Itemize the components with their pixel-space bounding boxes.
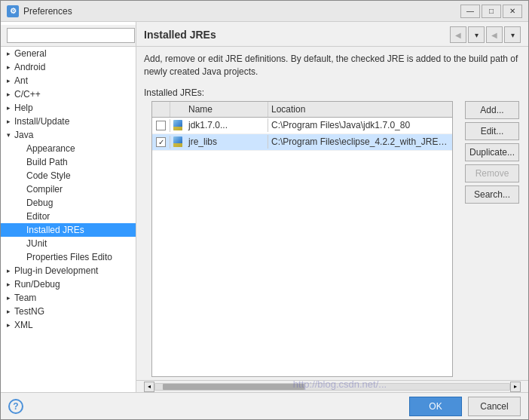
sidebar-item-label: XML (14, 320, 33, 330)
window-controls: — □ ✕ (460, 5, 522, 18)
sidebar-item-label: Properties Files Edito (26, 252, 112, 262)
panel-description: Add, remove or edit JRE definitions. By … (136, 47, 528, 84)
sidebar-item-label: Help (14, 103, 33, 113)
sidebar-item-label: Appearance (26, 143, 75, 154)
sidebar-item-help[interactable]: Help (1, 101, 136, 115)
jre-icon-cell (170, 135, 185, 149)
checkbox-jre-libs[interactable]: ✓ (156, 137, 166, 147)
checkbox-jdk[interactable] (156, 121, 166, 130)
back-button[interactable]: ◀ (450, 26, 466, 43)
chevron-icon (4, 320, 13, 330)
restore-button[interactable]: □ (482, 5, 501, 18)
cancel-button[interactable]: Cancel (468, 397, 521, 416)
chevron-icon (4, 63, 13, 72)
sidebar-item-ant[interactable]: Ant (1, 74, 136, 87)
bottom-left: ? (8, 399, 23, 414)
col-header-name: Name (185, 102, 268, 117)
sidebar-item-code-style[interactable]: Code Style (1, 169, 136, 182)
jre-location: C:\Program Files\eclipse_4.2.2_with_JRE_… (268, 135, 452, 149)
jre-location: C:\Program Files\Java\jdk1.7.0_80 (268, 118, 452, 132)
sidebar-item-run-debug[interactable]: Run/Debug (1, 277, 136, 291)
sidebar-item-junit[interactable]: JUnit (1, 237, 136, 250)
scroll-left-button[interactable]: ◂ (144, 382, 154, 392)
sidebar-item-properties-files-editor[interactable]: Properties Files Edito (1, 250, 136, 264)
sidebar-item-label: Install/Update (14, 116, 69, 127)
col-header-check (152, 102, 170, 117)
table-row[interactable]: ✓ jre_libs C:\Program Files\eclipse_4.2.… (152, 134, 452, 151)
chevron-icon (4, 49, 13, 58)
sidebar-item-label: Compiler (26, 184, 63, 195)
sidebar-item-cpp[interactable]: C/C++ (1, 87, 136, 101)
sidebar-item-installed-jres[interactable]: Installed JREs (1, 223, 136, 237)
sidebar-item-label: Debug (26, 198, 53, 208)
toolbar-menu-button[interactable]: ▾ (468, 26, 485, 43)
help-button[interactable]: ? (8, 399, 23, 414)
horizontal-scrollbar: ◂ ▸ (136, 380, 528, 392)
jre-name: jdk1.7.0... (185, 118, 268, 132)
sidebar-item-label: Ant (14, 75, 28, 86)
jre-icon (173, 120, 182, 130)
ok-button[interactable]: OK (409, 397, 462, 416)
forward-button[interactable]: ◀ (486, 26, 503, 43)
row-checkbox[interactable]: ✓ (152, 136, 170, 149)
table-row[interactable]: jdk1.7.0... C:\Program Files\Java\jdk1.7… (152, 118, 452, 134)
jre-table: Name Location jdk1.7.0... (151, 101, 453, 377)
title-bar: ⚙ Preferences — □ ✕ (1, 1, 528, 22)
panel-header: Installed JREs ◀ ▾ ◀ ▾ (136, 22, 528, 47)
sidebar-item-label: Run/Debug (14, 279, 60, 290)
sidebar-item-plugin-development[interactable]: Plug-in Development (1, 264, 136, 277)
sidebar-item-xml[interactable]: XML (1, 318, 136, 332)
sidebar-item-appearance[interactable]: Appearance (1, 142, 136, 155)
sidebar-item-label: Plug-in Development (14, 265, 98, 276)
sidebar-item-android[interactable]: Android (1, 60, 136, 74)
bottom-right: OK Cancel (409, 397, 521, 416)
chevron-icon (4, 130, 13, 139)
sidebar-item-debug[interactable]: Debug (1, 196, 136, 210)
sidebar-item-label: Code Style (26, 170, 71, 181)
edit-button[interactable]: Edit... (465, 122, 519, 140)
duplicate-button[interactable]: Duplicate... (465, 143, 519, 161)
chevron-icon (4, 293, 13, 302)
sidebar-item-label: General (14, 48, 47, 59)
sidebar-item-install-update[interactable]: Install/Update (1, 115, 136, 128)
sidebar-item-label: JUnit (26, 238, 47, 249)
table-body: jdk1.7.0... C:\Program Files\Java\jdk1.7… (152, 118, 452, 376)
sidebar-item-team[interactable]: Team (1, 291, 136, 305)
sidebar-item-label: Java (14, 130, 33, 140)
sidebar-item-general[interactable]: General (1, 47, 136, 60)
add-button[interactable]: Add... (465, 101, 519, 119)
sidebar-item-editor[interactable]: Editor (1, 210, 136, 223)
jre-icon-cell (170, 118, 185, 132)
panel-toolbar: ◀ ▾ ◀ ▾ (450, 26, 521, 43)
minimize-button[interactable]: — (460, 5, 480, 18)
chevron-icon (4, 266, 13, 275)
scroll-track[interactable] (154, 383, 510, 391)
remove-button[interactable]: Remove (465, 164, 519, 182)
bottom-bar: ? http://blog.csdn.net/... OK Cancel (1, 392, 528, 419)
sidebar-item-label: Team (14, 293, 36, 303)
search-button[interactable]: Search... (465, 185, 519, 204)
window-icon: ⚙ (7, 5, 19, 17)
sidebar: General Android Ant C/C++ Help Install/U… (1, 22, 136, 392)
jre-name: jre_libs (185, 135, 268, 149)
scroll-thumb[interactable] (163, 384, 304, 390)
sidebar-item-compiler[interactable]: Compiler (1, 182, 136, 196)
action-buttons: Add... Edit... Duplicate... Remove Searc… (460, 101, 521, 377)
sidebar-item-testng[interactable]: TestNG (1, 305, 136, 318)
preferences-window: ⚙ Preferences — □ ✕ General Android Ant (0, 0, 529, 420)
scroll-right-button[interactable]: ▸ (510, 382, 521, 392)
sidebar-item-build-path[interactable]: Build Path (1, 155, 136, 169)
installed-jres-label: Installed JREs: (136, 84, 528, 101)
chevron-icon (4, 90, 13, 99)
jre-icon (173, 136, 182, 147)
window-title: Preferences (23, 6, 460, 17)
toolbar-dropdown-button[interactable]: ▾ (504, 26, 521, 43)
table-header: Name Location (152, 102, 452, 118)
search-input[interactable] (7, 28, 135, 43)
close-button[interactable]: ✕ (503, 5, 522, 18)
sidebar-item-label: Android (14, 62, 45, 72)
sidebar-item-java[interactable]: Java (1, 128, 136, 142)
col-header-icon (170, 102, 185, 117)
row-checkbox[interactable] (152, 119, 170, 132)
sidebar-item-label: TestNG (14, 306, 44, 317)
